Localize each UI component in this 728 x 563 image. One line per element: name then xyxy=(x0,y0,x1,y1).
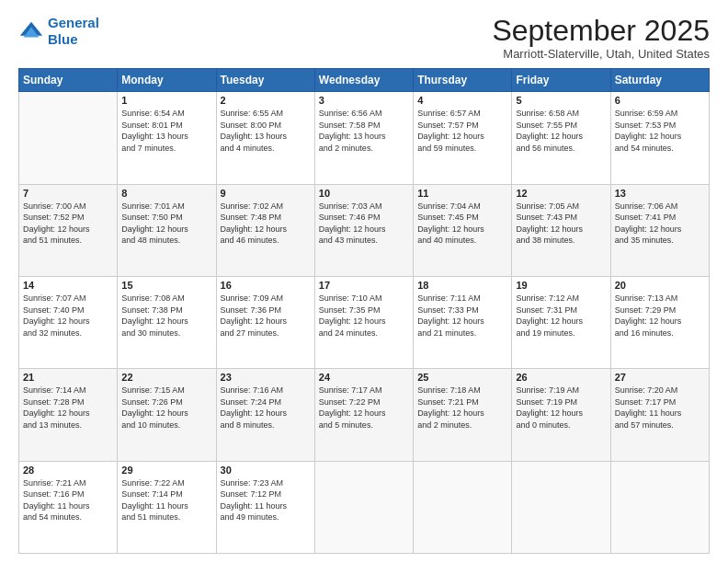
day-info: Sunrise: 7:23 AM Sunset: 7:12 PM Dayligh… xyxy=(221,477,311,523)
day-info: Sunrise: 7:19 AM Sunset: 7:19 PM Dayligh… xyxy=(516,385,606,431)
day-number: 5 xyxy=(516,95,606,106)
day-number: 29 xyxy=(121,465,211,476)
table-row: 10Sunrise: 7:03 AM Sunset: 7:46 PM Dayli… xyxy=(314,184,413,276)
table-row: 24Sunrise: 7:17 AM Sunset: 7:22 PM Dayli… xyxy=(314,369,413,461)
day-number: 28 xyxy=(23,465,113,476)
day-number: 30 xyxy=(221,465,311,476)
day-number: 10 xyxy=(319,188,409,199)
day-number: 1 xyxy=(121,95,211,106)
day-number: 13 xyxy=(615,188,705,199)
table-row: 25Sunrise: 7:18 AM Sunset: 7:21 PM Dayli… xyxy=(414,369,512,461)
table-row: 6Sunrise: 6:59 AM Sunset: 7:53 PM Daylig… xyxy=(610,92,709,184)
day-info: Sunrise: 7:01 AM Sunset: 7:50 PM Dayligh… xyxy=(121,201,211,247)
col-tuesday: Tuesday xyxy=(216,69,314,92)
col-wednesday: Wednesday xyxy=(314,69,413,92)
day-number: 17 xyxy=(319,280,409,291)
day-info: Sunrise: 6:58 AM Sunset: 7:55 PM Dayligh… xyxy=(516,108,606,154)
page: General Blue September 2025 Marriott-Sla… xyxy=(0,0,728,563)
calendar-week-row: 28Sunrise: 7:21 AM Sunset: 7:16 PM Dayli… xyxy=(19,461,710,553)
day-info: Sunrise: 7:04 AM Sunset: 7:45 PM Dayligh… xyxy=(417,201,507,247)
table-row: 12Sunrise: 7:05 AM Sunset: 7:43 PM Dayli… xyxy=(512,184,610,276)
day-info: Sunrise: 6:57 AM Sunset: 7:57 PM Dayligh… xyxy=(417,108,507,154)
day-info: Sunrise: 7:17 AM Sunset: 7:22 PM Dayligh… xyxy=(319,385,409,431)
day-number: 9 xyxy=(221,188,311,199)
col-saturday: Saturday xyxy=(610,69,709,92)
table-row: 19Sunrise: 7:12 AM Sunset: 7:31 PM Dayli… xyxy=(512,276,610,368)
day-info: Sunrise: 7:20 AM Sunset: 7:17 PM Dayligh… xyxy=(615,385,705,431)
calendar-table: Sunday Monday Tuesday Wednesday Thursday… xyxy=(18,68,710,554)
table-row xyxy=(414,461,512,553)
day-info: Sunrise: 7:08 AM Sunset: 7:38 PM Dayligh… xyxy=(121,293,211,339)
day-info: Sunrise: 7:22 AM Sunset: 7:14 PM Dayligh… xyxy=(121,477,211,523)
day-number: 8 xyxy=(121,188,211,199)
day-info: Sunrise: 7:14 AM Sunset: 7:28 PM Dayligh… xyxy=(23,385,113,431)
table-row xyxy=(314,461,413,553)
day-number: 24 xyxy=(319,372,409,383)
day-number: 26 xyxy=(516,372,606,383)
day-info: Sunrise: 7:11 AM Sunset: 7:33 PM Dayligh… xyxy=(417,293,507,339)
day-info: Sunrise: 7:05 AM Sunset: 7:43 PM Dayligh… xyxy=(516,201,606,247)
col-friday: Friday xyxy=(512,69,610,92)
logo: General Blue xyxy=(18,15,99,48)
main-title: September 2025 xyxy=(492,15,710,47)
day-number: 15 xyxy=(121,280,211,291)
table-row: 26Sunrise: 7:19 AM Sunset: 7:19 PM Dayli… xyxy=(512,369,610,461)
table-row: 22Sunrise: 7:15 AM Sunset: 7:26 PM Dayli… xyxy=(118,369,216,461)
table-row xyxy=(610,461,709,553)
table-row: 9Sunrise: 7:02 AM Sunset: 7:48 PM Daylig… xyxy=(216,184,314,276)
title-block: September 2025 Marriott-Slaterville, Uta… xyxy=(492,15,710,61)
day-info: Sunrise: 7:21 AM Sunset: 7:16 PM Dayligh… xyxy=(23,477,113,523)
table-row: 2Sunrise: 6:55 AM Sunset: 8:00 PM Daylig… xyxy=(216,92,314,184)
day-number: 7 xyxy=(23,188,113,199)
table-row xyxy=(19,92,118,184)
day-number: 12 xyxy=(516,188,606,199)
day-info: Sunrise: 7:09 AM Sunset: 7:36 PM Dayligh… xyxy=(221,293,311,339)
calendar-week-row: 7Sunrise: 7:00 AM Sunset: 7:52 PM Daylig… xyxy=(19,184,710,276)
day-info: Sunrise: 6:55 AM Sunset: 8:00 PM Dayligh… xyxy=(221,108,311,154)
table-row: 13Sunrise: 7:06 AM Sunset: 7:41 PM Dayli… xyxy=(610,184,709,276)
day-info: Sunrise: 7:07 AM Sunset: 7:40 PM Dayligh… xyxy=(23,293,113,339)
table-row: 7Sunrise: 7:00 AM Sunset: 7:52 PM Daylig… xyxy=(19,184,118,276)
table-row: 23Sunrise: 7:16 AM Sunset: 7:24 PM Dayli… xyxy=(216,369,314,461)
day-number: 11 xyxy=(417,188,507,199)
table-row: 14Sunrise: 7:07 AM Sunset: 7:40 PM Dayli… xyxy=(19,276,118,368)
day-info: Sunrise: 7:10 AM Sunset: 7:35 PM Dayligh… xyxy=(319,293,409,339)
calendar-week-row: 21Sunrise: 7:14 AM Sunset: 7:28 PM Dayli… xyxy=(19,369,710,461)
day-info: Sunrise: 7:02 AM Sunset: 7:48 PM Dayligh… xyxy=(221,201,311,247)
col-thursday: Thursday xyxy=(414,69,512,92)
day-info: Sunrise: 6:59 AM Sunset: 7:53 PM Dayligh… xyxy=(615,108,705,154)
day-number: 21 xyxy=(23,372,113,383)
table-row: 5Sunrise: 6:58 AM Sunset: 7:55 PM Daylig… xyxy=(512,92,610,184)
col-sunday: Sunday xyxy=(19,69,118,92)
day-number: 27 xyxy=(615,372,705,383)
logo-icon xyxy=(18,18,44,44)
table-row xyxy=(512,461,610,553)
calendar-week-row: 14Sunrise: 7:07 AM Sunset: 7:40 PM Dayli… xyxy=(19,276,710,368)
table-row: 20Sunrise: 7:13 AM Sunset: 7:29 PM Dayli… xyxy=(610,276,709,368)
subtitle: Marriott-Slaterville, Utah, United State… xyxy=(492,47,710,61)
day-info: Sunrise: 7:16 AM Sunset: 7:24 PM Dayligh… xyxy=(221,385,311,431)
day-info: Sunrise: 6:54 AM Sunset: 8:01 PM Dayligh… xyxy=(121,108,211,154)
day-number: 19 xyxy=(516,280,606,291)
table-row: 21Sunrise: 7:14 AM Sunset: 7:28 PM Dayli… xyxy=(19,369,118,461)
table-row: 15Sunrise: 7:08 AM Sunset: 7:38 PM Dayli… xyxy=(118,276,216,368)
day-number: 23 xyxy=(221,372,311,383)
table-row: 17Sunrise: 7:10 AM Sunset: 7:35 PM Dayli… xyxy=(314,276,413,368)
day-number: 25 xyxy=(417,372,507,383)
table-row: 29Sunrise: 7:22 AM Sunset: 7:14 PM Dayli… xyxy=(118,461,216,553)
day-info: Sunrise: 7:06 AM Sunset: 7:41 PM Dayligh… xyxy=(615,201,705,247)
day-info: Sunrise: 7:12 AM Sunset: 7:31 PM Dayligh… xyxy=(516,293,606,339)
day-number: 20 xyxy=(615,280,705,291)
table-row: 8Sunrise: 7:01 AM Sunset: 7:50 PM Daylig… xyxy=(118,184,216,276)
table-row: 1Sunrise: 6:54 AM Sunset: 8:01 PM Daylig… xyxy=(118,92,216,184)
table-row: 28Sunrise: 7:21 AM Sunset: 7:16 PM Dayli… xyxy=(19,461,118,553)
day-info: Sunrise: 7:18 AM Sunset: 7:21 PM Dayligh… xyxy=(417,385,507,431)
table-row: 11Sunrise: 7:04 AM Sunset: 7:45 PM Dayli… xyxy=(414,184,512,276)
table-row: 30Sunrise: 7:23 AM Sunset: 7:12 PM Dayli… xyxy=(216,461,314,553)
day-number: 14 xyxy=(23,280,113,291)
calendar-header-row: Sunday Monday Tuesday Wednesday Thursday… xyxy=(19,69,710,92)
day-info: Sunrise: 7:03 AM Sunset: 7:46 PM Dayligh… xyxy=(319,201,409,247)
day-number: 3 xyxy=(319,95,409,106)
calendar-week-row: 1Sunrise: 6:54 AM Sunset: 8:01 PM Daylig… xyxy=(19,92,710,184)
day-number: 16 xyxy=(221,280,311,291)
